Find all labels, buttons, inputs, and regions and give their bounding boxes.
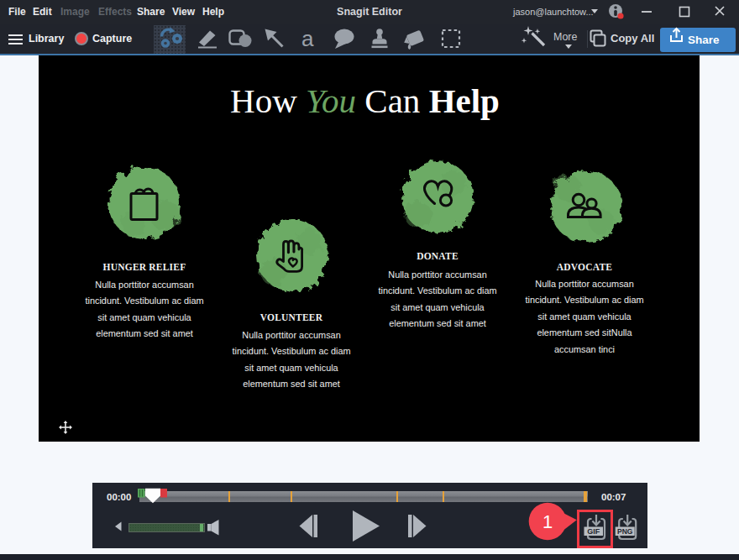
svg-text:1: 1 xyxy=(542,511,553,532)
svg-text:PNG: PNG xyxy=(617,527,633,536)
svg-text:a: a xyxy=(301,26,314,51)
